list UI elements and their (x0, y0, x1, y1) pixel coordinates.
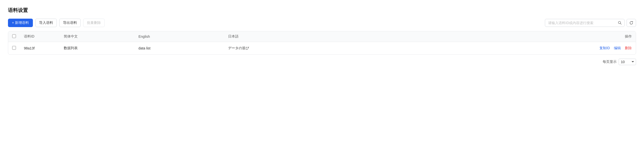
header-ja: 日本語 (224, 31, 396, 42)
header-zh: 简体中文 (60, 31, 134, 42)
page-title: 语料设置 (8, 7, 636, 14)
table-header-row: 语料ID 简体中文 English 日本語 操作 (8, 31, 636, 42)
header-checkbox-cell (8, 31, 20, 42)
add-phrase-button[interactable]: + 新增语料 (8, 19, 33, 27)
table-body: 98a13f 数据列表 data list データの並び 复制ID 编辑 删除 (8, 42, 636, 55)
row-id: 98a13f (20, 42, 60, 55)
row-checkbox-cell (8, 42, 20, 55)
search-icon (618, 21, 622, 25)
batch-delete-button: 批量删除 (83, 19, 104, 27)
page-container: 语料设置 + 新增语料 导入语料 导出语料 批量删除 (0, 0, 644, 72)
svg-line-1 (620, 23, 621, 24)
per-page-label: 每页显示 (603, 60, 616, 64)
header-en: English (134, 31, 224, 42)
row-zh: 数据列表 (60, 42, 134, 55)
row-en: data list (134, 42, 224, 55)
import-button[interactable]: 导入语料 (35, 19, 57, 27)
table-wrapper: 语料ID 简体中文 English 日本語 操作 98a13f 数据列表 dat… (8, 31, 636, 55)
table-row: 98a13f 数据列表 data list データの並び 复制ID 编辑 删除 (8, 42, 636, 55)
toolbar-left: + 新增语料 导入语料 导出语料 批量删除 (8, 19, 104, 27)
row-actions: 复制ID 编辑 删除 (396, 42, 636, 55)
phrase-table: 语料ID 简体中文 English 日本語 操作 98a13f 数据列表 dat… (8, 31, 636, 54)
edit-link[interactable]: 编辑 (614, 46, 621, 50)
row-checkbox[interactable] (12, 46, 16, 50)
search-wrapper (545, 19, 624, 27)
copy-id-link[interactable]: 复制ID (600, 46, 610, 50)
row-ja: データの並び (224, 42, 396, 55)
per-page-select[interactable]: 102050100 (618, 59, 636, 65)
search-button[interactable] (615, 19, 624, 27)
search-input[interactable] (545, 19, 615, 27)
refresh-button[interactable] (626, 19, 636, 27)
pagination-bar: 每页显示 102050100 (8, 55, 636, 65)
header-actions: 操作 (396, 31, 636, 42)
export-button[interactable]: 导出语料 (59, 19, 81, 27)
select-all-checkbox[interactable] (12, 34, 16, 38)
header-id: 语料ID (20, 31, 60, 42)
delete-link[interactable]: 删除 (625, 46, 632, 50)
refresh-icon (629, 21, 633, 25)
toolbar-right (545, 19, 636, 27)
toolbar: + 新增语料 导入语料 导出语料 批量删除 (8, 19, 636, 27)
